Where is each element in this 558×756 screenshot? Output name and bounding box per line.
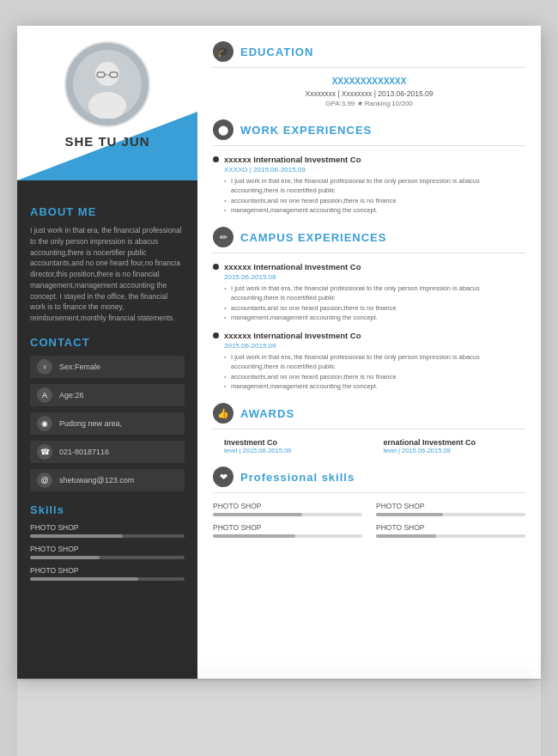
- campus-entry-1: xxxxxx International Investment Co 2015.…: [213, 262, 525, 322]
- pro-skill-1-bar-bg: [213, 513, 362, 516]
- campus-header: ✏ CAMPUS EXPERIENCES: [213, 227, 525, 253]
- skills-label: Skills: [30, 503, 185, 516]
- campus-entry-1-date: 2015.06-2015.09: [224, 273, 525, 281]
- contact-label: CONTACT: [30, 336, 185, 349]
- edu-school-name: XXXXXXXXXXXXX: [213, 76, 525, 86]
- pro-skill-4: PHOTO SHOP: [376, 523, 525, 538]
- award-1-date: level | 2015.06-2015.09: [224, 447, 367, 454]
- education-icon: 🎓: [213, 41, 234, 62]
- sidebar-skill-1-bar-bg: [30, 534, 185, 538]
- pro-skill-1-bar-fill: [213, 513, 302, 516]
- work-entry-1-title: xxxxxx International Investment Co: [213, 155, 525, 164]
- pro-skills-grid: PHOTO SHOP PHOTO SHOP PHOTO SHOP: [213, 502, 525, 538]
- campus-icon: ✏: [213, 227, 234, 247]
- sidebar-skill-3: PHOTO SHOP: [30, 566, 185, 581]
- contact-sex-text: Sex:Female: [59, 363, 100, 371]
- work-section: ⬤ WORK EXPERIENCES xxxxxx International …: [213, 119, 525, 215]
- campus-bullet-2: [213, 332, 219, 338]
- contact-location: ◉ Pudong new area,: [30, 412, 185, 435]
- work-bullet-text-2: accountants,and no one heard passion,the…: [224, 196, 525, 205]
- pro-skill-4-bar-bg: [376, 534, 525, 538]
- sidebar-skill-2: PHOTO SHOP: [30, 545, 185, 559]
- campus-section: ✏ CAMPUS EXPERIENCES xxxxxx Internationa…: [213, 227, 525, 391]
- work-title: WORK EXPERIENCES: [240, 124, 372, 137]
- award-1: Investment Co level | 2015.06-2015.09: [224, 438, 367, 454]
- pro-skill-3-label: PHOTO SHOP: [213, 523, 362, 532]
- campus-entry-2-title-text: xxxxxx International Investment Co: [224, 331, 361, 340]
- campus-entry-2-title: xxxxxx International Investment Co: [213, 331, 525, 340]
- pro-skill-2-label: PHOTO SHOP: [376, 502, 525, 510]
- award-2-date: level | 2015.06-2015.09: [384, 447, 526, 454]
- contact-email-text: shetuwang@123.com: [59, 476, 134, 485]
- contact-location-text: Pudong new area,: [59, 419, 122, 428]
- campus-entry-1-title: xxxxxx International Investment Co: [213, 262, 525, 271]
- awards-header: 👍 AWARDS: [213, 403, 525, 430]
- campus-entry-2-bullets: I just work in that era, the financial p…: [224, 352, 525, 391]
- sidebar-skill-2-label: PHOTO SHOP: [30, 545, 185, 553]
- location-icon: ◉: [37, 416, 52, 431]
- campus-bullet-text-6: management,management accounting the con…: [224, 381, 525, 391]
- pro-skill-3-bar-fill: [213, 534, 295, 538]
- edu-gpa: GPA:3.99 ★ Ranking:10/200: [213, 100, 525, 107]
- candidate-name: SHE TU JUN: [17, 134, 197, 149]
- email-icon: @: [37, 472, 52, 488]
- pro-skills-title: Professional skills: [240, 471, 355, 484]
- campus-bullet-text-4: I just work in that era, the financial p…: [224, 352, 525, 372]
- sidebar-skill-2-bar-fill: [30, 556, 100, 559]
- contact-sex: ♀ Sex:Female: [30, 356, 185, 378]
- sidebar-top: SHE TU JUN: [17, 26, 197, 180]
- sidebar-skill-1-label: PHOTO SHOP: [30, 523, 185, 532]
- sidebar-skill-1: PHOTO SHOP: [30, 523, 185, 538]
- age-icon: A: [37, 387, 52, 403]
- contact-phone: ☎ 021-80187116: [30, 441, 185, 463]
- sidebar-skill-3-bar-bg: [30, 577, 185, 581]
- awards-section: 👍 AWARDS Investment Co level | 2015.06-2…: [213, 403, 525, 454]
- svg-point-1: [95, 62, 119, 86]
- work-bullet-text-3: management,management accounting the con…: [224, 205, 525, 215]
- campus-bullet-1: [213, 264, 219, 270]
- sidebar-skill-3-bar-fill: [30, 577, 138, 581]
- pro-skill-1: PHOTO SHOP: [213, 502, 362, 516]
- edu-degree: Xxxxxxxx | Xxxxxxxx | 2013.06-2015.09: [213, 89, 525, 98]
- campus-bullet-text-5: accountants,and no one heard passion,the…: [224, 372, 525, 381]
- sidebar: SHE TU JUN ABOUT ME I just work in that …: [17, 26, 197, 679]
- sidebar-skill-1-bar-fill: [30, 534, 123, 538]
- main-content: 🎓 EDUCATION XXXXXXXXXXXXX Xxxxxxxx | Xxx…: [197, 26, 541, 679]
- pro-skill-1-label: PHOTO SHOP: [213, 502, 362, 510]
- award-1-title: Investment Co: [224, 438, 367, 447]
- sidebar-skill-3-label: PHOTO SHOP: [30, 566, 185, 575]
- pro-skill-4-bar-fill: [376, 534, 436, 538]
- awards-row: Investment Co level | 2015.06-2015.09 er…: [224, 438, 525, 454]
- pro-skill-4-label: PHOTO SHOP: [376, 523, 525, 532]
- sex-icon: ♀: [37, 359, 52, 375]
- award-2: ernational Investment Co level | 2015.06…: [384, 438, 526, 454]
- pro-skill-2-bar-fill: [376, 513, 443, 516]
- campus-title: CAMPUS EXPERIENCES: [240, 231, 386, 244]
- awards-title: AWARDS: [240, 407, 294, 420]
- contact-age: A Age:26: [30, 384, 185, 406]
- campus-bullet-text-1: I just work in that era, the financial p…: [224, 284, 525, 303]
- campus-bullet-text-3: management,management accounting the con…: [224, 313, 525, 322]
- skills-section: Skills PHOTO SHOP PHOTO SHOP: [30, 503, 185, 581]
- resume-card: SHE TU JUN ABOUT ME I just work in that …: [17, 26, 541, 679]
- pro-skill-3: PHOTO SHOP: [213, 523, 362, 538]
- work-header: ⬤ WORK EXPERIENCES: [213, 119, 525, 146]
- pro-skills-icon: ❤: [213, 466, 234, 487]
- work-entry-1-bullets: I just work in that era, the financial p…: [224, 176, 525, 215]
- pro-skill-3-bar-bg: [213, 534, 362, 538]
- sidebar-skill-2-bar-bg: [30, 556, 185, 559]
- awards-icon: 👍: [213, 403, 234, 424]
- campus-entry-1-bullets: I just work in that era, the financial p…: [224, 284, 525, 322]
- sidebar-content: ABOUT ME I just work in that era, the fi…: [17, 180, 197, 605]
- work-entry-1-title-text: xxxxxx International Investment Co: [224, 155, 361, 164]
- campus-bullet-text-2: accountants,and no one heard passion,the…: [224, 303, 525, 313]
- name-area: SHE TU JUN: [17, 127, 197, 149]
- contact-email: @ shetuwang@123.com: [30, 469, 185, 491]
- work-bullet-text-1: I just work in that era, the financial p…: [224, 176, 525, 196]
- work-icon: ⬤: [213, 119, 234, 140]
- campus-entry-2-date: 2015.06-2015.09: [224, 342, 525, 350]
- phone-icon: ☎: [37, 444, 52, 460]
- reflection: [17, 680, 541, 756]
- work-entry-1-date: XXXXO | 2015.06-2015.09: [224, 166, 525, 174]
- work-entry-1: xxxxxx International Investment Co XXXXO…: [213, 155, 525, 215]
